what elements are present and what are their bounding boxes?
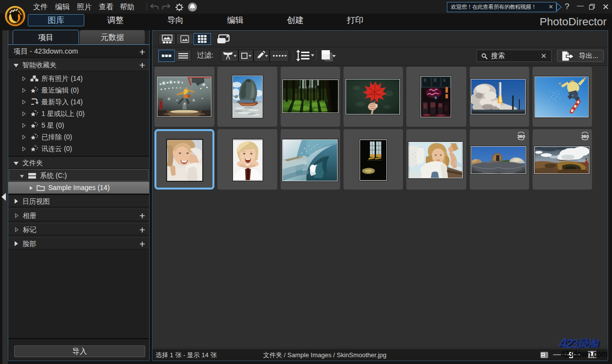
- svg-text:360: 360: [517, 134, 525, 139]
- svg-text:360: 360: [581, 134, 589, 139]
